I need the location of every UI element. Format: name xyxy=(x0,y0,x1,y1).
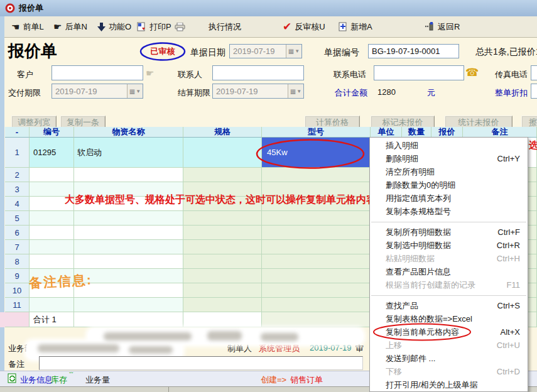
col-header-name: 物资名称 xyxy=(74,127,183,138)
col-header-note: 备注 xyxy=(463,127,537,138)
cell-code[interactable]: 01295 xyxy=(30,138,74,168)
menu-item-delete-zero-qty[interactable]: 删除数量为0的明细 xyxy=(370,178,528,192)
return-icon xyxy=(425,22,435,31)
settle-date-input[interactable]: 2019-07-19 ▦▼ xyxy=(212,84,304,99)
menu-item-fill-column[interactable]: 用指定值填充本列 xyxy=(370,192,528,205)
cell-name[interactable]: 软启动 xyxy=(74,138,183,168)
menu-item-move-down[interactable]: 下移Ctrl+D xyxy=(370,365,528,378)
doc-date-label: 单据日期 xyxy=(190,47,225,58)
red-check-icon: ✔ xyxy=(283,20,291,33)
menu-item-paste-details[interactable]: 粘贴明细数据Ctrl+H xyxy=(370,252,528,265)
down-arrow-icon xyxy=(97,23,106,31)
annotation-red-tip: 大多数单据型号、规格处于可选中状态，这时可以操作复制单元格内容 xyxy=(65,193,376,207)
phone-icon: ☎ xyxy=(465,66,479,79)
context-menu: 插入明细 删除明细Ctrl+Y 清空所有明细 删除数量为0的明细 用指定值填充本… xyxy=(369,137,528,392)
menu-item-find-product[interactable]: 查找产品Ctrl+S xyxy=(370,299,528,312)
calendar-dropdown-icon[interactable]: ▦▼ xyxy=(288,84,303,98)
discount-input[interactable] xyxy=(531,84,537,99)
bottom-band-divider xyxy=(168,387,169,392)
note-input[interactable] xyxy=(39,356,363,370)
statusbar-stock-marks: ˇˇ xyxy=(69,372,73,379)
customer-input[interactable] xyxy=(52,65,143,80)
annotation-clipped-char: 选 xyxy=(529,139,537,151)
menu-item-send-to-email[interactable]: 发送到邮件 ... xyxy=(370,352,528,365)
print-doc-icon xyxy=(137,22,146,31)
delivery-date-input[interactable]: 2019-07-19 ▦▼ xyxy=(52,84,143,99)
menu-item-clear-all[interactable]: 清空所有明细 xyxy=(370,165,528,178)
statusbar-create-target[interactable]: 销售订单 xyxy=(290,374,323,386)
col-header-model: 型号 xyxy=(262,127,371,138)
hand-right-icon: ☛ xyxy=(53,21,62,33)
contact-label: 联系人 xyxy=(178,69,202,80)
delivery-label: 交付期限 xyxy=(8,87,41,99)
next-doc-button[interactable]: ☛ 后单N xyxy=(53,16,87,37)
row-number-cell[interactable]: 1 xyxy=(5,138,30,168)
redaction-blob xyxy=(104,332,192,340)
menu-item-open-parent-doc[interactable]: 打开引用/相关的上级单据 xyxy=(370,378,528,391)
menu-item-delete-detail[interactable]: 删除明细Ctrl+Y xyxy=(370,152,528,165)
col-header-price: 报价 xyxy=(431,127,463,138)
note-label: 备注 xyxy=(8,359,24,370)
maker-value: 系统管理员 xyxy=(259,343,300,354)
calendar-dropdown-icon[interactable]: ▦▼ xyxy=(127,84,143,98)
menu-item-copy-selected-details[interactable]: 复制选中明细数据Ctrl+R xyxy=(370,239,528,252)
statusbar-biz-info[interactable]: 业务信息 xyxy=(20,374,53,386)
col-header-rownum: - xyxy=(5,127,30,138)
annotation-orange-note: 备注信息: xyxy=(28,271,92,291)
statusbar-biz-volume[interactable]: 业务量 xyxy=(85,374,110,386)
customer-label: 客户 xyxy=(17,69,33,80)
menu-item-copy-spec-model[interactable]: 复制本条规格型号 xyxy=(370,205,528,218)
amount-value: 1280 xyxy=(377,87,396,97)
col-header-unit: 单位 xyxy=(371,127,402,138)
count-summary: 总共1条,已报价1条 xyxy=(475,46,537,58)
doc-no-input[interactable]: BG-19-07-19-0001 xyxy=(368,44,459,58)
window-title: 报价单 xyxy=(19,3,43,14)
hand-left-icon: ☚ xyxy=(11,21,19,33)
add-new-button[interactable]: 新增A xyxy=(338,16,372,37)
menu-item-highlight-ellipse-icon xyxy=(372,322,474,342)
title-bar: 报价单 xyxy=(0,0,537,16)
menu-separator xyxy=(370,291,528,299)
fax-input[interactable] xyxy=(531,65,537,80)
printer-icon xyxy=(175,23,185,31)
prev-doc-button[interactable]: ☚ 前单L xyxy=(11,16,44,37)
redaction-blob xyxy=(261,333,298,341)
fax-label: 传真电话 xyxy=(495,69,528,80)
print-button[interactable]: 打印P xyxy=(137,16,185,37)
customer-picker-icon[interactable]: ☛ xyxy=(146,68,154,79)
total-row-marker xyxy=(5,312,30,327)
cell-spec[interactable] xyxy=(183,138,262,168)
form-title: 报价单 xyxy=(8,40,57,62)
redaction-blob xyxy=(207,331,242,340)
menu-item-insert-detail[interactable]: 插入明细 xyxy=(370,139,528,152)
phone-input[interactable] xyxy=(374,65,464,80)
calendar-dropdown-icon[interactable]: ▦▼ xyxy=(286,45,301,58)
unaudit-button[interactable]: ✔ 反审核U xyxy=(283,16,325,37)
col-header-code: 编号 xyxy=(30,127,74,138)
redaction-blob xyxy=(129,346,173,354)
contact-input[interactable] xyxy=(212,65,304,80)
table-header-row: - 编号 物资名称 规格 型号 单位 数量 报价 备注 xyxy=(5,127,537,138)
col-header-qty: 数量 xyxy=(402,127,431,138)
amount-unit: 元 xyxy=(427,87,435,99)
make-date: 2019-07-19 xyxy=(310,343,352,352)
menu-item-new-record-from-row[interactable]: 根据当前行创建新的记录F11 xyxy=(370,278,528,291)
col-header-spec: 规格 xyxy=(183,127,262,138)
back-button[interactable]: 返回R xyxy=(425,16,460,37)
biz-info-icon xyxy=(8,373,18,383)
audit-status-text: 已审核 xyxy=(139,41,186,62)
menu-item-view-product-image[interactable]: 查看产品图片信息 xyxy=(370,265,528,278)
discount-label: 整单折扣 xyxy=(495,87,528,99)
doc-no-label: 单据编号 xyxy=(324,47,359,58)
phone-label: 联系电话 xyxy=(334,69,366,80)
statusbar-stock[interactable]: 库存 xyxy=(51,374,67,386)
model-cell-highlight-ellipse-icon xyxy=(255,138,366,170)
statusbar-create-label[interactable]: 创建=> xyxy=(261,374,286,386)
menu-item-copy-all-details[interactable]: 复制所有明细数据Ctrl+F xyxy=(370,226,528,239)
functions-button[interactable]: 功能O xyxy=(97,16,131,37)
maker-label: 制单人 xyxy=(227,343,252,354)
audit-label-partial: 审 xyxy=(355,343,364,354)
doc-date-input[interactable]: 2019-07-19 ▦▼ xyxy=(229,44,302,58)
audit-status-badge: 已审核 xyxy=(139,41,186,62)
exec-status-button[interactable]: 执行情况 xyxy=(209,16,241,37)
